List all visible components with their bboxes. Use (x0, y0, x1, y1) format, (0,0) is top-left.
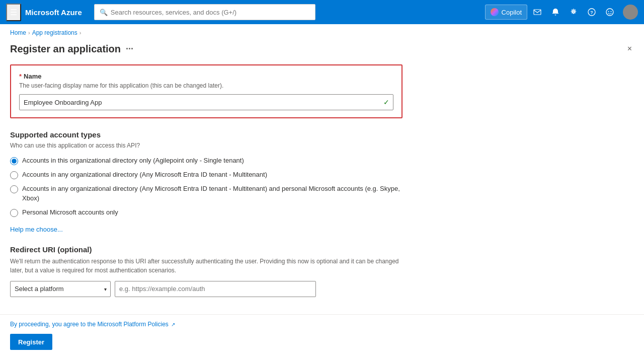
account-types-section: Supported account types Who can use this… (10, 130, 403, 233)
redirect-uri-description: We'll return the authentication response… (10, 257, 403, 275)
copilot-label: Copilot (502, 9, 522, 16)
redirect-uri-inputs: Select a platform Web Single-page applic… (10, 281, 403, 297)
platform-select[interactable]: Select a platform Web Single-page applic… (10, 281, 111, 297)
account-type-label-3[interactable]: Accounts in any organizational directory… (22, 184, 403, 202)
redirect-uri-section: Redirect URI (optional) We'll return the… (10, 245, 403, 297)
azure-logo: Microsoft Azure (25, 8, 82, 17)
breadcrumb-app-registrations[interactable]: App registrations (32, 29, 77, 36)
breadcrumb-home[interactable]: Home (10, 29, 26, 36)
platform-select-wrapper: Select a platform Web Single-page applic… (10, 281, 111, 297)
settings-button[interactable] (566, 5, 582, 19)
svg-rect-0 (534, 10, 541, 15)
account-type-label-1[interactable]: Accounts in this organizational director… (22, 156, 244, 165)
name-input-wrapper: ✓ (19, 94, 393, 110)
page-title-row: Register an application ··· × (0, 39, 644, 62)
account-types-title: Supported account types (10, 130, 403, 139)
policy-link[interactable]: By proceeding, you agree to the Microsof… (10, 321, 175, 328)
name-label-text: Name (24, 73, 41, 80)
copilot-button[interactable]: Copilot (485, 5, 527, 20)
svg-point-4 (608, 11, 609, 12)
notifications-button[interactable] (547, 5, 564, 19)
account-type-radio-4[interactable] (10, 209, 18, 217)
svg-point-5 (611, 11, 612, 12)
account-type-radio-2[interactable] (10, 171, 18, 179)
name-field-label: * Name (19, 73, 393, 80)
page-body: Home › App registrations › Register an a… (0, 24, 644, 360)
more-options-button[interactable]: ··· (126, 44, 133, 54)
svg-point-3 (606, 9, 613, 16)
name-field-description: The user-facing display name for this ap… (19, 82, 393, 89)
account-type-label-4[interactable]: Personal Microsoft accounts only (22, 208, 118, 217)
account-type-radio-3[interactable] (10, 185, 18, 193)
account-type-option-3: Accounts in any organizational directory… (10, 184, 403, 202)
form-content: * Name The user-facing display name for … (0, 62, 413, 314)
user-area[interactable] (620, 5, 638, 20)
copilot-icon (491, 8, 499, 16)
account-type-option-1: Accounts in this organizational director… (10, 156, 403, 165)
name-input[interactable] (19, 94, 393, 110)
breadcrumb: Home › App registrations › (0, 24, 644, 39)
help-button[interactable]: ? (584, 5, 600, 19)
top-navigation: ☰ Microsoft Azure 🔍 Copilot ? (0, 0, 644, 24)
search-bar: 🔍 (94, 4, 315, 20)
breadcrumb-sep-1: › (28, 30, 30, 36)
account-types-subtitle: Who can use this application or access t… (10, 142, 403, 149)
topnav-right-area: Copilot ? (485, 5, 638, 20)
account-type-option-2: Accounts in any organizational directory… (10, 170, 403, 179)
svg-text:?: ? (590, 10, 593, 15)
name-valid-check-icon: ✓ (383, 98, 389, 106)
feedback-button[interactable] (602, 5, 618, 19)
email-button[interactable] (529, 5, 545, 19)
account-type-radio-1[interactable] (10, 157, 18, 165)
page-footer: By proceeding, you agree to the Microsof… (0, 314, 644, 360)
required-star: * (19, 73, 22, 80)
page-title: Register an application ··· (10, 43, 133, 55)
breadcrumb-sep-2: › (79, 30, 82, 36)
search-input[interactable] (111, 9, 310, 16)
avatar[interactable] (623, 5, 638, 20)
search-icon: 🔍 (100, 9, 108, 16)
policy-text: By proceeding, you agree to the Microsof… (10, 321, 634, 328)
account-type-option-4: Personal Microsoft accounts only (10, 208, 403, 217)
name-section: * Name The user-facing display name for … (10, 64, 403, 118)
account-type-label-2[interactable]: Accounts in any organizational directory… (22, 170, 267, 179)
register-button[interactable]: Register (10, 334, 52, 350)
redirect-uri-input[interactable] (115, 281, 316, 297)
external-link-icon: ↗ (171, 322, 175, 327)
redirect-uri-title: Redirect URI (optional) (10, 245, 403, 254)
account-type-radio-group: Accounts in this organizational director… (10, 156, 403, 217)
close-button[interactable]: × (625, 42, 634, 55)
hamburger-menu-button[interactable]: ☰ (6, 4, 21, 21)
page-title-text: Register an application (10, 43, 121, 55)
help-me-choose-link[interactable]: Help me choose... (10, 226, 63, 233)
